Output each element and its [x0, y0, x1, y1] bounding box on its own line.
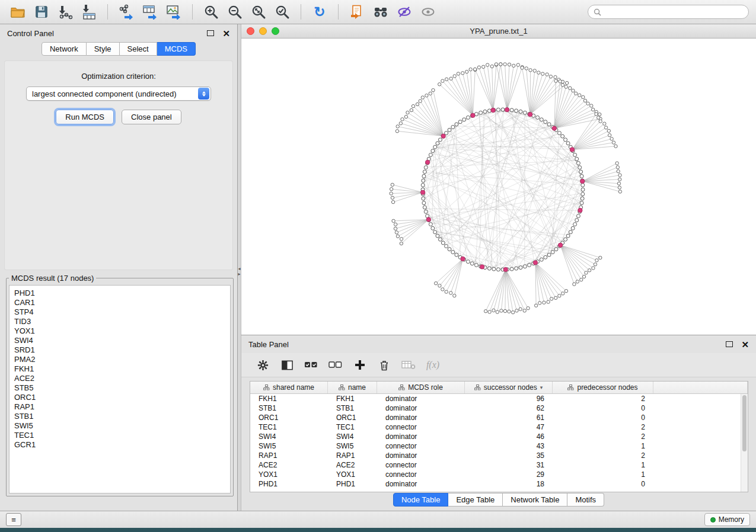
- mcds-result-item[interactable]: STB1: [14, 412, 225, 421]
- export-document-icon[interactable]: [346, 2, 368, 21]
- mcds-result-item[interactable]: FKH1: [14, 364, 225, 374]
- table-cell: dominator: [377, 413, 465, 422]
- save-icon[interactable]: [31, 2, 52, 21]
- mcds-result-item[interactable]: STP4: [14, 307, 225, 317]
- export-table-icon[interactable]: [139, 2, 161, 21]
- zoom-out-icon[interactable]: [224, 2, 245, 21]
- first-neighbors-icon[interactable]: [370, 2, 391, 21]
- mcds-result-item[interactable]: STB5: [14, 383, 225, 393]
- zoom-selected-icon[interactable]: [272, 2, 293, 21]
- column-header-name[interactable]: name: [328, 382, 377, 393]
- zoom-fit-icon[interactable]: [248, 2, 269, 21]
- window-close-button[interactable]: [247, 27, 254, 35]
- mcds-result-item[interactable]: PMA2: [14, 355, 225, 364]
- open-folder-icon[interactable]: [7, 2, 28, 21]
- network-window-titlebar[interactable]: YPA_prune.txt_1: [241, 24, 756, 39]
- toolbar-separator: [301, 4, 301, 20]
- mcds-result-item[interactable]: ORC1: [14, 393, 225, 402]
- node-table[interactable]: shared namenameMCDS rolesuccessor nodes▾…: [250, 381, 748, 492]
- optimization-criterion-select[interactable]: largest connected component (undirected): [26, 86, 211, 101]
- mcds-result-item[interactable]: SWI4: [14, 336, 225, 345]
- delete-column-icon[interactable]: [377, 358, 391, 372]
- table-settings-gear-icon[interactable]: [256, 358, 270, 372]
- table-row[interactable]: RAP1RAP1dominator352: [250, 451, 748, 460]
- network-window-title: YPA_prune.txt_1: [470, 27, 527, 36]
- table-row[interactable]: FKH1FKH1dominator962: [250, 394, 748, 403]
- add-column-icon[interactable]: [353, 358, 367, 372]
- table-row[interactable]: STB1STB1dominator620: [250, 403, 748, 413]
- export-network-icon[interactable]: [116, 2, 137, 21]
- mcds-result-list[interactable]: PHD1CAR1STP4TID3YOX1SWI4SRD1PMA2FKH1ACE2…: [9, 285, 231, 493]
- table-tab-edge-table[interactable]: Edge Table: [448, 493, 503, 507]
- table-cell: 96: [465, 394, 553, 403]
- close-table-panel-icon[interactable]: ✕: [741, 340, 749, 349]
- select-all-icon[interactable]: [304, 358, 318, 372]
- window-zoom-button[interactable]: [272, 27, 279, 35]
- mcds-result-item[interactable]: RAP1: [14, 402, 225, 412]
- column-attribute-icon: [567, 384, 574, 390]
- table-row[interactable]: ACE2ACE2connector311: [250, 460, 748, 470]
- search-input[interactable]: [605, 7, 743, 17]
- zoom-in-icon[interactable]: [200, 2, 222, 21]
- scrollbar-thumb[interactable]: [742, 395, 747, 451]
- tab-select[interactable]: Select: [120, 42, 157, 56]
- mcds-result-item[interactable]: SWI5: [14, 421, 225, 431]
- network-graph[interactable]: [241, 39, 755, 335]
- import-table-icon[interactable]: [78, 2, 100, 21]
- show-details-icon[interactable]: [417, 2, 439, 21]
- refresh-layout-icon[interactable]: ↻: [309, 2, 330, 21]
- memory-label: Memory: [719, 515, 744, 524]
- mcds-result-item[interactable]: PHD1: [14, 289, 225, 298]
- table-tab-motifs[interactable]: Motifs: [567, 493, 604, 507]
- table-row[interactable]: SWI5SWI5connector431: [250, 441, 748, 451]
- table-row[interactable]: PHD1PHD1dominator180: [250, 479, 748, 489]
- memory-button[interactable]: Memory: [704, 513, 750, 526]
- table-cell: PHD1: [250, 479, 328, 489]
- network-canvas[interactable]: [241, 39, 756, 335]
- table-cell: 2: [553, 451, 653, 460]
- mcds-result-item[interactable]: YOX1: [14, 326, 225, 336]
- mcds-result-item[interactable]: ACE2: [14, 374, 225, 383]
- close-panel-icon[interactable]: ✕: [222, 29, 230, 38]
- column-header-predecessor-nodes[interactable]: predecessor nodes: [553, 382, 653, 393]
- table-cell: dominator: [377, 479, 465, 489]
- column-header-shared-name[interactable]: shared name: [250, 382, 328, 393]
- application-window: ↻ Control Panel ✕ Network Style Se: [0, 0, 756, 528]
- column-header-MCDS-role[interactable]: MCDS role: [377, 382, 465, 393]
- table-vertical-scrollbar[interactable]: [741, 394, 748, 492]
- mcds-result-item[interactable]: TID3: [14, 317, 225, 326]
- table-cell: ACE2: [328, 460, 377, 470]
- table-cell: STB1: [250, 403, 328, 413]
- mcds-result-item[interactable]: TEC1: [14, 431, 225, 440]
- mcds-result-item[interactable]: CAR1: [14, 298, 225, 307]
- mcds-result-item[interactable]: GCR1: [14, 440, 225, 450]
- table-cell: 0: [553, 479, 653, 489]
- search-box[interactable]: [588, 5, 749, 19]
- close-panel-button[interactable]: Close panel: [122, 110, 181, 124]
- show-columns-icon[interactable]: [280, 358, 294, 372]
- clear-table-icon: [401, 358, 416, 372]
- table-panel: Table Panel ✕: [241, 335, 756, 511]
- tab-mcds[interactable]: MCDS: [157, 42, 196, 56]
- float-panel-icon[interactable]: [207, 30, 214, 36]
- deselect-all-icon[interactable]: [328, 358, 343, 372]
- run-mcds-button[interactable]: Run MCDS: [56, 110, 114, 124]
- import-network-icon[interactable]: [55, 2, 76, 21]
- table-row[interactable]: SWI4SWI4dominator462: [250, 432, 748, 441]
- hide-details-icon[interactable]: [394, 2, 415, 21]
- mcds-result-item[interactable]: SRD1: [14, 345, 225, 355]
- table-row[interactable]: YOX1YOX1connector291: [250, 470, 748, 479]
- table-tab-network-table[interactable]: Network Table: [503, 493, 567, 507]
- table-row[interactable]: TEC1TEC1connector472: [250, 422, 748, 432]
- tab-style[interactable]: Style: [87, 42, 120, 56]
- column-header-successor-nodes[interactable]: successor nodes▾: [465, 382, 553, 393]
- window-minimize-button[interactable]: [259, 27, 267, 35]
- mcds-result-title: MCDS result (17 nodes): [9, 274, 96, 283]
- table-cell: 18: [465, 479, 553, 489]
- float-table-panel-icon[interactable]: [726, 341, 733, 347]
- table-tab-node-table[interactable]: Node Table: [393, 493, 449, 507]
- panel-list-icon[interactable]: ≡: [6, 513, 21, 526]
- table-row[interactable]: ORC1ORC1dominator610: [250, 413, 748, 422]
- tab-network[interactable]: Network: [42, 42, 87, 56]
- export-image-icon[interactable]: [163, 2, 184, 21]
